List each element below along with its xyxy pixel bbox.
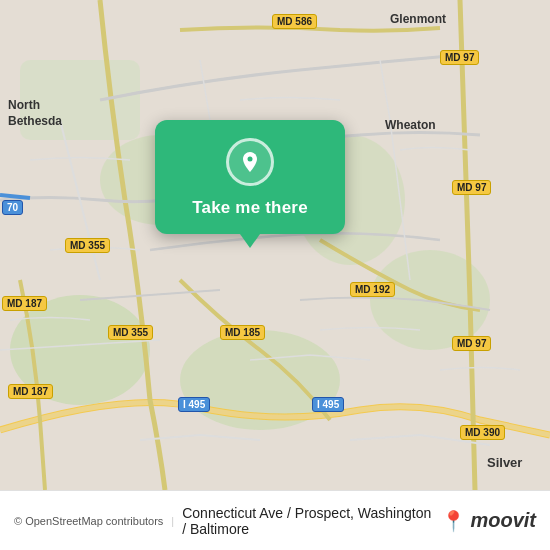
place-label-north-bethesda: NorthBethesda (8, 98, 62, 129)
road-badge-i495-left: I 495 (178, 397, 210, 412)
take-me-there-button[interactable]: Take me there (192, 198, 308, 218)
location-icon-container (226, 138, 274, 186)
location-pin-icon (238, 150, 262, 174)
road-badge-md97-mid: MD 97 (452, 180, 491, 195)
separator: | (171, 515, 174, 527)
road-badge-md355-top: MD 355 (65, 238, 110, 253)
location-label: Connecticut Ave / Prospect, Washington /… (182, 505, 433, 537)
map-container: MD 586 MD 97 MD 97 MD 97 MD 355 MD 355 M… (0, 0, 550, 490)
road-badge-md187-top: MD 187 (2, 296, 47, 311)
road-badge-md586: MD 586 (272, 14, 317, 29)
moovit-pin-icon: 📍 (441, 509, 466, 533)
road-badge-md187-bot: MD 187 (8, 384, 53, 399)
road-badge-md390: MD 390 (460, 425, 505, 440)
road-badge-md97-top: MD 97 (440, 50, 479, 65)
place-label-wheaton: Wheaton (385, 118, 436, 132)
place-label-glenmont: Glenmont (390, 12, 446, 26)
road-badge-md185: MD 185 (220, 325, 265, 340)
place-label-silver: Silver (487, 455, 522, 470)
copyright-text: © OpenStreetMap contributors (14, 515, 163, 527)
road-badge-md355-bot: MD 355 (108, 325, 153, 340)
moovit-text: moovit (470, 509, 536, 532)
moovit-logo: 📍 moovit (441, 509, 536, 533)
road-badge-i495-right: I 495 (312, 397, 344, 412)
bottom-bar: © OpenStreetMap contributors | Connectic… (0, 490, 550, 550)
road-badge-md97-bot: MD 97 (452, 336, 491, 351)
svg-point-8 (248, 157, 253, 162)
popup-card: Take me there (155, 120, 345, 234)
road-badge-i70: 70 (2, 200, 23, 215)
road-badge-md192: MD 192 (350, 282, 395, 297)
